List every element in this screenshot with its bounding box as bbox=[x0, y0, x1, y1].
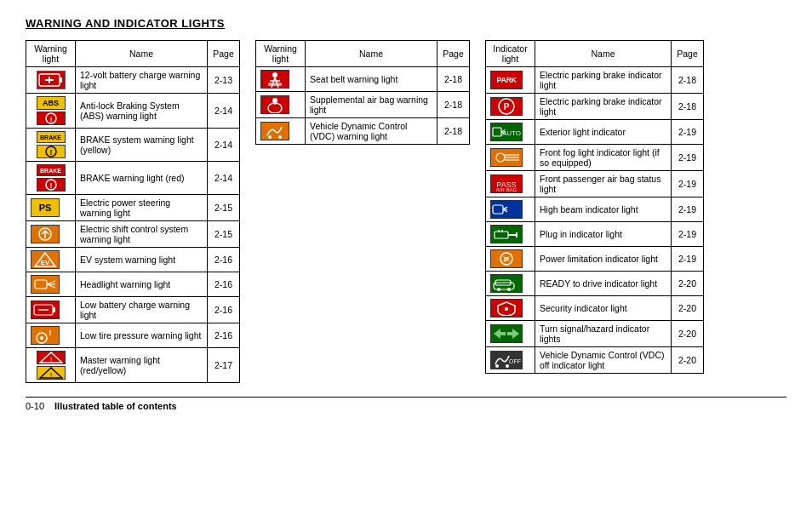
table-row: Turn signal/hazard indicator lights 2-20 bbox=[486, 321, 704, 347]
svg-rect-36 bbox=[493, 128, 501, 136]
item-page: 2-18 bbox=[672, 94, 704, 120]
passenger-airbag-icon: PASSAIR BAG bbox=[490, 175, 523, 193]
item-page: 2-14 bbox=[208, 94, 240, 129]
table-row: READY to drive indicator light 2-20 bbox=[486, 272, 704, 296]
svg-text:!: ! bbox=[49, 356, 51, 363]
svg-marker-64 bbox=[507, 329, 519, 339]
table-row: AUTO Exterior light indicator 2-19 bbox=[486, 120, 704, 145]
brake-circle-icon: ! bbox=[37, 145, 66, 158]
svg-text:!: ! bbox=[49, 181, 52, 190]
icon-cell: AUTO bbox=[486, 120, 535, 145]
icon-cell bbox=[256, 118, 306, 145]
table-row: PS Electric power steering warning light… bbox=[26, 195, 240, 221]
item-name: Turn signal/hazard indicator lights bbox=[535, 321, 672, 347]
table-row: Low battery charge warning light 2-16 bbox=[26, 297, 240, 323]
svg-point-29 bbox=[272, 98, 277, 103]
item-name: Low battery charge warning light bbox=[76, 297, 208, 323]
item-page: 2-20 bbox=[672, 347, 704, 374]
item-name: Supplemental air bag warning light bbox=[306, 92, 437, 118]
item-page: 2-14 bbox=[208, 129, 240, 162]
item-page: 2-17 bbox=[208, 348, 240, 383]
plug-icon bbox=[490, 225, 523, 243]
item-name: Anti-lock Braking System (ABS) warning l… bbox=[76, 94, 208, 129]
svg-point-21 bbox=[40, 336, 43, 340]
low-battery-icon bbox=[31, 300, 60, 319]
svg-point-60 bbox=[497, 288, 500, 291]
master-yellow-icon: ! bbox=[37, 366, 66, 380]
table-row: Electric shift control system warning li… bbox=[26, 221, 240, 248]
table-row: ! Low tire pressure warning light 2-16 bbox=[26, 323, 240, 348]
exterior-light-icon: AUTO bbox=[490, 123, 523, 141]
item-name: Electric parking brake indicator light bbox=[535, 94, 672, 120]
icon-cell bbox=[486, 321, 535, 347]
table3-header-indicator: Indicator light bbox=[486, 41, 535, 67]
fog-icon bbox=[490, 148, 523, 167]
brake-red-text: BRAKE bbox=[37, 164, 66, 176]
svg-point-27 bbox=[272, 72, 277, 77]
item-name: High beam indicator light bbox=[535, 197, 672, 222]
icon-cell bbox=[486, 272, 535, 296]
brake-red-circle: ! bbox=[37, 178, 66, 192]
svg-line-14 bbox=[47, 281, 55, 284]
table-row: Security indicator light 2-20 bbox=[486, 296, 704, 321]
power-limit-icon: P bbox=[490, 249, 523, 268]
ev-icon: EV bbox=[31, 250, 60, 269]
icon-cell: P bbox=[486, 94, 535, 120]
master-icon-group: ! ! bbox=[31, 351, 71, 380]
seatbelt-icon bbox=[260, 70, 289, 89]
svg-text:!: ! bbox=[49, 148, 52, 157]
svg-text:OFF: OFF bbox=[509, 358, 521, 364]
svg-point-33 bbox=[278, 135, 282, 139]
footer: 0-10 Illustrated table of contents bbox=[26, 397, 786, 411]
icon-cell: ABS ! bbox=[26, 94, 76, 129]
tables-container: Warninglight Name Page 12-volt battery c… bbox=[26, 40, 786, 383]
item-name: Electric parking brake indicator light bbox=[535, 67, 672, 94]
icon-cell: P bbox=[486, 247, 535, 272]
item-page: 2-13 bbox=[208, 67, 240, 94]
footer-page: 0-10 bbox=[26, 401, 44, 411]
p-circle-icon: P bbox=[490, 97, 523, 116]
table3-header-name: Name bbox=[535, 41, 672, 67]
item-page: 2-19 bbox=[672, 197, 704, 222]
svg-rect-1 bbox=[60, 77, 62, 83]
table1-header-warning: Warninglight bbox=[26, 41, 76, 67]
svg-rect-18 bbox=[53, 307, 55, 312]
airbag-icon bbox=[260, 95, 289, 114]
vdc-icon bbox=[260, 122, 289, 140]
svg-rect-28 bbox=[268, 83, 282, 86]
icon-cell bbox=[26, 297, 76, 323]
icon-cell: ! ! bbox=[26, 348, 76, 383]
item-name: BRAKE warning light (red) bbox=[76, 162, 208, 195]
table-row: Plug in indicator light 2-19 bbox=[486, 222, 704, 247]
headlight-icon bbox=[31, 275, 60, 294]
item-page: 2-18 bbox=[437, 118, 470, 145]
icon-cell bbox=[26, 221, 76, 248]
table-row: Headlight warning light 2-16 bbox=[26, 272, 240, 297]
table-row: Vehicle Dynamic Control (VDC) warning li… bbox=[256, 118, 470, 145]
item-name: Plug in indicator light bbox=[535, 222, 672, 247]
svg-point-62 bbox=[505, 307, 508, 311]
item-page: 2-15 bbox=[208, 195, 240, 221]
park-icon: PARK bbox=[490, 71, 523, 89]
icon-cell: PASSAIR BAG bbox=[486, 171, 535, 197]
item-page: 2-18 bbox=[437, 92, 470, 118]
table-row: P Electric parking brake indicator light… bbox=[486, 94, 704, 120]
item-name: 12-volt battery charge warning light bbox=[76, 67, 208, 94]
item-name: Headlight warning light bbox=[76, 272, 208, 297]
item-page: 2-16 bbox=[208, 272, 240, 297]
icon-cell bbox=[256, 92, 306, 118]
table2-header-warning: Warning light bbox=[256, 41, 306, 67]
icon-cell bbox=[26, 272, 76, 297]
icon-cell bbox=[26, 67, 76, 94]
item-page: 2-19 bbox=[672, 171, 704, 197]
warning-table-2: Warning light Name Page Seat belt warnin… bbox=[255, 40, 470, 145]
svg-text:P: P bbox=[504, 255, 509, 264]
svg-point-61 bbox=[507, 288, 511, 291]
svg-marker-63 bbox=[494, 329, 506, 339]
svg-text:AUTO: AUTO bbox=[502, 129, 521, 137]
table3-header-page: Page bbox=[672, 41, 704, 67]
item-name: Electric power steering warning light bbox=[76, 195, 208, 221]
item-name: Exterior light indicator bbox=[535, 120, 672, 145]
ps-icon: PS bbox=[31, 198, 60, 217]
footer-title: Illustrated table of contents bbox=[54, 401, 177, 411]
